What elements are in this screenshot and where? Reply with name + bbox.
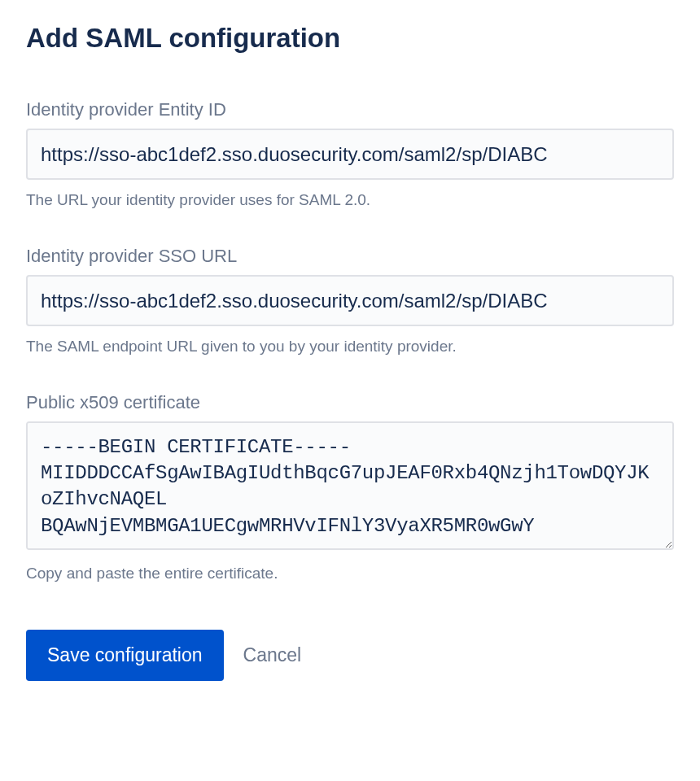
sso-url-field-group: Identity provider SSO URL The SAML endpo… xyxy=(26,246,674,358)
cancel-button[interactable]: Cancel xyxy=(243,644,302,666)
page-title: Add SAML configuration xyxy=(26,23,674,54)
save-button[interactable]: Save configuration xyxy=(26,630,224,681)
entity-id-help: The URL your identity provider uses for … xyxy=(26,190,674,212)
certificate-field-group: Public x509 certificate -----BEGIN CERTI… xyxy=(26,392,674,585)
entity-id-field-group: Identity provider Entity ID The URL your… xyxy=(26,99,674,212)
sso-url-input[interactable] xyxy=(26,275,674,326)
certificate-help: Copy and paste the entire certificate. xyxy=(26,563,674,585)
certificate-textarea[interactable]: -----BEGIN CERTIFICATE----- MIIDDDCCAfSg… xyxy=(26,421,674,550)
entity-id-input[interactable] xyxy=(26,129,674,180)
button-row: Save configuration Cancel xyxy=(26,630,674,681)
certificate-label: Public x509 certificate xyxy=(26,392,674,413)
sso-url-help: The SAML endpoint URL given to you by yo… xyxy=(26,336,674,358)
sso-url-label: Identity provider SSO URL xyxy=(26,246,674,267)
entity-id-label: Identity provider Entity ID xyxy=(26,99,674,120)
